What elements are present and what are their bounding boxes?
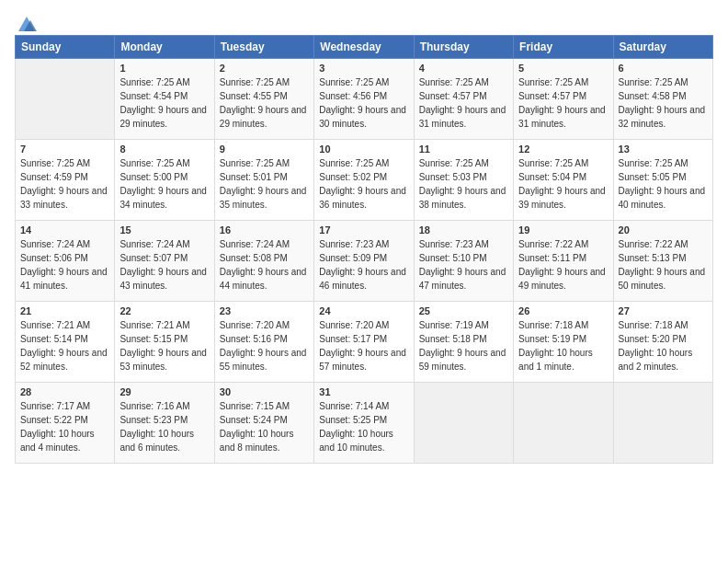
calendar-cell: 4 Sunrise: 7:25 AMSunset: 4:57 PMDayligh…	[414, 59, 513, 140]
calendar-cell: 19 Sunrise: 7:22 AMSunset: 5:11 PMDaylig…	[514, 221, 613, 302]
cell-text: Sunrise: 7:24 AMSunset: 5:08 PMDaylight:…	[220, 239, 307, 291]
cell-text: Sunrise: 7:25 AMSunset: 4:57 PMDaylight:…	[518, 77, 606, 129]
calendar-cell: 26 Sunrise: 7:18 AMSunset: 5:19 PMDaylig…	[514, 302, 613, 383]
calendar-cell: 9 Sunrise: 7:25 AMSunset: 5:01 PMDayligh…	[214, 140, 313, 221]
cell-text: Sunrise: 7:23 AMSunset: 5:09 PMDaylight:…	[319, 239, 406, 291]
calendar-cell: 6 Sunrise: 7:25 AMSunset: 4:58 PMDayligh…	[613, 59, 712, 140]
day-number: 12	[518, 144, 608, 155]
day-number: 13	[619, 144, 708, 155]
calendar-table: SundayMondayTuesdayWednesdayThursdayFrid…	[15, 35, 713, 464]
day-number: 5	[518, 63, 608, 74]
calendar-cell: 7 Sunrise: 7:25 AMSunset: 4:59 PMDayligh…	[16, 140, 115, 221]
calendar-week-1: 1 Sunrise: 7:25 AMSunset: 4:54 PMDayligh…	[16, 59, 713, 140]
calendar-cell: 31 Sunrise: 7:14 AMSunset: 5:25 PMDaylig…	[314, 383, 414, 464]
day-number: 2	[220, 63, 309, 74]
day-number: 30	[220, 386, 309, 397]
cell-text: Sunrise: 7:25 AMSunset: 5:01 PMDaylight:…	[220, 158, 307, 210]
cell-text: Sunrise: 7:19 AMSunset: 5:18 PMDaylight:…	[419, 320, 506, 372]
calendar-cell: 22 Sunrise: 7:21 AMSunset: 5:15 PMDaylig…	[115, 302, 214, 383]
day-number: 14	[20, 224, 109, 236]
cell-text: Sunrise: 7:25 AMSunset: 4:54 PMDaylight:…	[119, 77, 207, 129]
day-number: 26	[518, 305, 608, 316]
weekday-header-thursday: Thursday	[414, 36, 513, 59]
day-number: 25	[419, 305, 508, 316]
cell-text: Sunrise: 7:25 AMSunset: 5:03 PMDaylight:…	[419, 158, 506, 210]
day-number: 18	[419, 224, 508, 236]
cell-text: Sunrise: 7:25 AMSunset: 4:57 PMDaylight:…	[419, 77, 506, 129]
calendar-cell	[613, 383, 712, 464]
calendar-cell: 23 Sunrise: 7:20 AMSunset: 5:16 PMDaylig…	[214, 302, 313, 383]
calendar-cell	[414, 383, 513, 464]
day-number: 6	[619, 63, 708, 74]
day-number: 15	[119, 224, 209, 236]
calendar-cell	[16, 59, 115, 140]
weekday-header-friday: Friday	[514, 36, 613, 59]
day-number: 4	[419, 63, 508, 74]
calendar-cell: 25 Sunrise: 7:19 AMSunset: 5:18 PMDaylig…	[414, 302, 513, 383]
day-number: 31	[319, 386, 408, 397]
cell-text: Sunrise: 7:15 AMSunset: 5:24 PMDaylight:…	[220, 401, 294, 453]
cell-text: Sunrise: 7:25 AMSunset: 5:04 PMDaylight:…	[518, 158, 606, 210]
calendar-cell: 2 Sunrise: 7:25 AMSunset: 4:55 PMDayligh…	[214, 59, 313, 140]
day-number: 19	[518, 224, 608, 236]
calendar-cell: 12 Sunrise: 7:25 AMSunset: 5:04 PMDaylig…	[514, 140, 613, 221]
calendar-week-2: 7 Sunrise: 7:25 AMSunset: 4:59 PMDayligh…	[16, 140, 713, 221]
day-number: 11	[419, 144, 508, 155]
calendar-cell	[514, 383, 613, 464]
cell-text: Sunrise: 7:25 AMSunset: 4:58 PMDaylight:…	[619, 77, 706, 129]
cell-text: Sunrise: 7:22 AMSunset: 5:11 PMDaylight:…	[518, 239, 606, 291]
cell-text: Sunrise: 7:18 AMSunset: 5:19 PMDaylight:…	[518, 320, 593, 372]
day-number: 29	[119, 386, 209, 397]
cell-text: Sunrise: 7:18 AMSunset: 5:20 PMDaylight:…	[619, 320, 693, 372]
calendar-cell: 10 Sunrise: 7:25 AMSunset: 5:02 PMDaylig…	[314, 140, 414, 221]
weekday-header-monday: Monday	[115, 36, 214, 59]
calendar-week-5: 28 Sunrise: 7:17 AMSunset: 5:22 PMDaylig…	[16, 383, 713, 464]
calendar-cell: 27 Sunrise: 7:18 AMSunset: 5:20 PMDaylig…	[613, 302, 712, 383]
day-number: 17	[319, 224, 408, 236]
cell-text: Sunrise: 7:22 AMSunset: 5:13 PMDaylight:…	[619, 239, 706, 291]
logo-icon	[17, 15, 37, 35]
day-number: 28	[20, 386, 109, 397]
calendar-cell: 16 Sunrise: 7:24 AMSunset: 5:08 PMDaylig…	[214, 221, 313, 302]
calendar-cell: 3 Sunrise: 7:25 AMSunset: 4:56 PMDayligh…	[314, 59, 414, 140]
day-number: 16	[220, 224, 309, 236]
cell-text: Sunrise: 7:25 AMSunset: 4:55 PMDaylight:…	[220, 77, 307, 129]
weekday-header-sunday: Sunday	[16, 36, 115, 59]
calendar-week-3: 14 Sunrise: 7:24 AMSunset: 5:06 PMDaylig…	[16, 221, 713, 302]
day-number: 27	[619, 305, 708, 316]
calendar-cell: 29 Sunrise: 7:16 AMSunset: 5:23 PMDaylig…	[115, 383, 214, 464]
day-number: 21	[20, 305, 109, 316]
calendar-cell: 30 Sunrise: 7:15 AMSunset: 5:24 PMDaylig…	[214, 383, 313, 464]
day-number: 22	[119, 305, 209, 316]
cell-text: Sunrise: 7:25 AMSunset: 5:00 PMDaylight:…	[119, 158, 207, 210]
day-number: 7	[20, 144, 109, 155]
cell-text: Sunrise: 7:23 AMSunset: 5:10 PMDaylight:…	[419, 239, 506, 291]
calendar-cell: 17 Sunrise: 7:23 AMSunset: 5:09 PMDaylig…	[314, 221, 414, 302]
day-number: 10	[319, 144, 408, 155]
logo	[15, 15, 37, 31]
calendar-cell: 21 Sunrise: 7:21 AMSunset: 5:14 PMDaylig…	[16, 302, 115, 383]
day-number: 24	[319, 305, 408, 316]
weekday-header-wednesday: Wednesday	[314, 36, 414, 59]
calendar-cell: 13 Sunrise: 7:25 AMSunset: 5:05 PMDaylig…	[613, 140, 712, 221]
cell-text: Sunrise: 7:25 AMSunset: 5:05 PMDaylight:…	[619, 158, 706, 210]
weekday-header-saturday: Saturday	[613, 36, 712, 59]
calendar-cell: 18 Sunrise: 7:23 AMSunset: 5:10 PMDaylig…	[414, 221, 513, 302]
day-number: 3	[319, 63, 408, 74]
cell-text: Sunrise: 7:25 AMSunset: 4:56 PMDaylight:…	[319, 77, 406, 129]
day-number: 8	[119, 144, 209, 155]
calendar-cell: 8 Sunrise: 7:25 AMSunset: 5:00 PMDayligh…	[115, 140, 214, 221]
calendar-cell: 24 Sunrise: 7:20 AMSunset: 5:17 PMDaylig…	[314, 302, 414, 383]
calendar-cell: 11 Sunrise: 7:25 AMSunset: 5:03 PMDaylig…	[414, 140, 513, 221]
day-number: 9	[220, 144, 309, 155]
calendar-cell: 28 Sunrise: 7:17 AMSunset: 5:22 PMDaylig…	[16, 383, 115, 464]
cell-text: Sunrise: 7:16 AMSunset: 5:23 PMDaylight:…	[119, 401, 194, 453]
day-number: 23	[220, 305, 309, 316]
page-header	[15, 9, 713, 31]
cell-text: Sunrise: 7:25 AMSunset: 4:59 PMDaylight:…	[20, 158, 108, 210]
day-number: 1	[119, 63, 209, 74]
calendar-week-4: 21 Sunrise: 7:21 AMSunset: 5:14 PMDaylig…	[16, 302, 713, 383]
calendar-cell: 1 Sunrise: 7:25 AMSunset: 4:54 PMDayligh…	[115, 59, 214, 140]
calendar-cell: 5 Sunrise: 7:25 AMSunset: 4:57 PMDayligh…	[514, 59, 613, 140]
cell-text: Sunrise: 7:20 AMSunset: 5:16 PMDaylight:…	[220, 320, 307, 372]
